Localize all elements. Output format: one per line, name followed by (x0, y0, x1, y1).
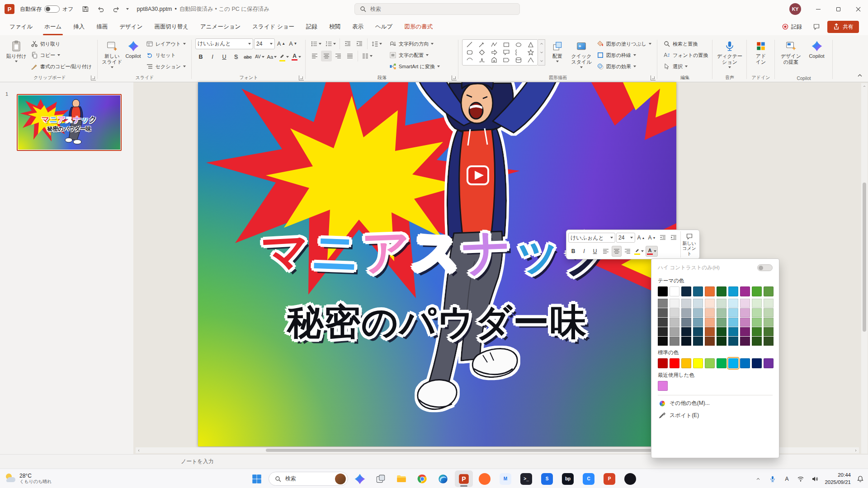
paragraph-dialog-launcher[interactable] (452, 75, 457, 80)
italic-button[interactable]: I (207, 52, 218, 62)
hidden-icons-button[interactable] (753, 474, 763, 484)
theme-color-variant-swatch[interactable] (681, 308, 691, 317)
theme-color-variant-swatch[interactable] (728, 308, 738, 317)
theme-color-variant-swatch[interactable] (717, 299, 726, 308)
shape-icon-10[interactable] (500, 48, 512, 56)
theme-color-variant-swatch[interactable] (764, 299, 774, 308)
theme-color-variant-swatch[interactable] (752, 299, 762, 308)
copilot-slides-button[interactable]: Copilot (123, 38, 142, 74)
align-center-button[interactable] (321, 51, 332, 61)
font-color-button[interactable]: A (291, 52, 302, 62)
scroll-left-icon[interactable] (136, 447, 142, 454)
align-text-button[interactable]: 文字の配置 (387, 50, 442, 61)
mini-font-color-button[interactable]: A (646, 246, 658, 257)
vertical-scrollbar[interactable] (861, 83, 868, 454)
theme-color-variant-swatch[interactable] (693, 318, 703, 327)
clipboard-dialog-launcher[interactable] (91, 75, 96, 80)
tab-描画[interactable]: 描画 (90, 18, 113, 35)
chrome-icon[interactable] (413, 470, 431, 487)
share-button[interactable]: 共有 (827, 21, 859, 33)
mini-new-comment-button[interactable]: 新しいコメント (680, 231, 698, 258)
font-size-input[interactable] (256, 41, 268, 47)
numbering-button[interactable] (324, 38, 337, 49)
tab-デザイン[interactable]: デザイン (113, 18, 148, 35)
standard-color-swatch[interactable] (670, 358, 679, 368)
app-icon-orange[interactable] (476, 470, 494, 487)
collapse-ribbon-button[interactable] (856, 72, 863, 79)
theme-color-variant-swatch[interactable] (740, 318, 750, 327)
section-button[interactable]: セクション (144, 61, 188, 72)
file-explorer-icon[interactable] (392, 470, 410, 487)
vertical-scroll-thumb[interactable] (863, 183, 866, 332)
document-title[interactable]: ppt8A30.pptm • 自動回復済み • この PC に保存済み (137, 5, 270, 13)
shape-icon-14[interactable] (476, 56, 488, 64)
taskbar-clock[interactable]: 20:44 2025/09/21 (825, 472, 851, 486)
theme-color-swatch[interactable] (740, 286, 750, 296)
tab-校閲[interactable]: 校閲 (323, 18, 346, 35)
standard-color-swatch[interactable] (705, 358, 715, 368)
record-button[interactable]: 記録 (778, 21, 806, 33)
theme-color-variant-swatch[interactable] (764, 318, 774, 327)
shape-icon-13[interactable] (463, 56, 476, 64)
search-input[interactable] (370, 6, 515, 12)
theme-color-variant-swatch[interactable] (728, 327, 738, 336)
standard-color-swatch[interactable] (681, 358, 691, 368)
shape-icon-1[interactable] (463, 41, 476, 48)
character-spacing-button[interactable]: AV (254, 52, 265, 62)
gallery-more-icon[interactable] (538, 56, 545, 65)
cut-button[interactable]: 切り取り (28, 38, 94, 49)
copy-button[interactable]: コピー (28, 50, 94, 61)
mini-align-center-button[interactable] (612, 246, 622, 257)
theme-color-variant-swatch[interactable] (764, 308, 774, 317)
standard-color-swatch[interactable] (740, 358, 750, 368)
theme-color-variant-swatch[interactable] (728, 337, 738, 346)
app-icon-terminal[interactable]: >_ (517, 470, 535, 487)
task-view-icon[interactable] (372, 470, 390, 487)
theme-color-variant-swatch[interactable] (764, 337, 774, 346)
tab-スライド ショー[interactable]: スライド ショー (246, 18, 300, 35)
theme-color-swatch[interactable] (728, 286, 738, 296)
change-case-button[interactable]: Aa (266, 52, 278, 62)
shape-icon-18[interactable] (524, 56, 537, 64)
mini-italic-button[interactable]: I (579, 246, 589, 257)
customize-qat-icon[interactable] (126, 8, 129, 10)
mini-indent-increase-button[interactable] (669, 232, 679, 243)
bold-button[interactable]: B (195, 52, 206, 62)
drawing-dialog-launcher[interactable] (651, 75, 656, 80)
mini-indent-decrease-button[interactable] (658, 232, 668, 243)
edge-icon[interactable] (434, 470, 452, 487)
paste-button[interactable]: 貼り付け (5, 38, 28, 74)
quick-styles-button[interactable]: クイックスタイル (569, 38, 593, 74)
theme-color-variant-swatch[interactable] (693, 308, 703, 317)
standard-color-swatch[interactable] (764, 358, 774, 368)
theme-color-variant-swatch[interactable] (658, 308, 668, 317)
app-icon-red[interactable]: P (600, 470, 618, 487)
new-slide-button[interactable]: 新しいスライド (101, 38, 123, 74)
more-colors-item[interactable]: その他の色(M)... (658, 397, 773, 409)
mini-font-name-combo[interactable] (568, 233, 615, 243)
mini-shrink-font-button[interactable]: A▼ (647, 232, 657, 243)
theme-color-variant-swatch[interactable] (764, 327, 774, 336)
underline-button[interactable]: U (219, 52, 230, 62)
weather-widget[interactable]: 28°C くもりのち晴れ (0, 473, 57, 484)
shape-icon-9[interactable] (488, 48, 500, 56)
wifi-icon[interactable] (796, 474, 806, 484)
dictate-button[interactable]: ディクテーション (716, 38, 743, 74)
theme-color-variant-swatch[interactable] (681, 318, 691, 327)
save-button[interactable] (80, 4, 91, 14)
tab-図形の書式[interactable]: 図形の書式 (398, 18, 439, 35)
theme-color-variant-swatch[interactable] (705, 308, 715, 317)
shape-icon-11[interactable] (512, 48, 524, 56)
theme-color-variant-swatch[interactable] (717, 327, 726, 336)
shape-icon-17[interactable] (512, 56, 524, 64)
theme-color-variant-swatch[interactable] (740, 308, 750, 317)
theme-color-variant-swatch[interactable] (658, 318, 668, 327)
autosave-control[interactable]: 自動保存 オフ (20, 5, 74, 13)
format-painter-button[interactable]: 書式のコピー/貼り付け (28, 61, 94, 72)
font-size-combo[interactable] (254, 38, 275, 49)
mini-font-name-input[interactable] (571, 235, 609, 241)
designer-button[interactable]: デザインの提案 (778, 38, 803, 74)
tab-画面切り替え[interactable]: 画面切り替え (148, 18, 194, 35)
start-button[interactable] (248, 470, 266, 487)
theme-color-variant-swatch[interactable] (693, 337, 703, 346)
